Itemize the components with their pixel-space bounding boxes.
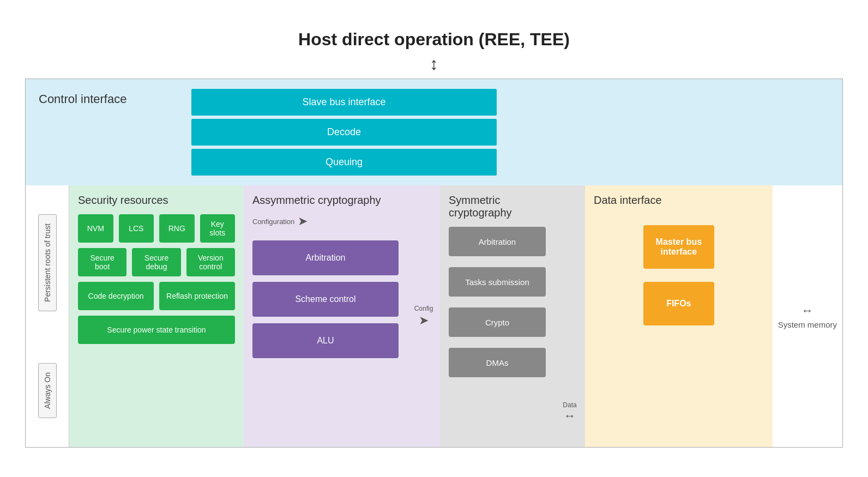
reflash-protection-box: Reflash protection	[159, 282, 235, 310]
nvm-box: NVM	[78, 214, 113, 243]
asym-blocks: Arbitration Scheme control ALU	[252, 240, 399, 358]
inner-bottom: Persistent roots of trust Always On Secu…	[26, 185, 842, 447]
asym-arbitration-box: Arbitration	[252, 240, 399, 275]
master-bus-row: Master bus interface	[594, 225, 764, 269]
secure-debug-box: Secure debug	[132, 248, 180, 276]
security-resources-label: Security resources	[78, 194, 235, 207]
page-title: Host direct operation (REE, TEE)	[298, 29, 570, 50]
main-diagram: Control interface Slave bus interface De…	[25, 79, 843, 448]
asym-crypto-label: Assymmetric cryptography	[252, 194, 399, 207]
data-arrow-symbol: ↔	[564, 409, 576, 423]
version-control-box: Version control	[186, 248, 235, 276]
control-interface-label: Control interface	[39, 89, 148, 106]
slave-bus-interface-block: Slave bus interface	[191, 89, 497, 116]
rng-box: RNG	[159, 214, 195, 243]
config-small-arrow: ➤	[419, 313, 429, 328]
fifos-box: FIFOs	[643, 282, 714, 325]
always-on-label: Always On	[38, 363, 57, 418]
security-row-4: Secure power state transition	[78, 316, 235, 344]
security-resources-section: Security resources NVM LCS RNG Key slots…	[69, 185, 244, 447]
dmas-box: DMAs	[449, 348, 546, 377]
tasks-submission-box: Tasks submission	[449, 267, 546, 297]
secure-boot-box: Secure boot	[78, 248, 126, 276]
system-memory-arrow: ↔	[801, 304, 813, 318]
code-decryption-box: Code decryption	[78, 282, 154, 310]
persistent-roots-label: Persistent roots of trust	[38, 214, 57, 311]
scheme-control-box: Scheme control	[252, 282, 399, 317]
data-interface-section: Data interface Master bus interface FIFO…	[585, 185, 773, 447]
key-slots-box: Key slots	[200, 214, 236, 243]
secure-power-box: Secure power state transition	[78, 316, 235, 344]
queuing-block: Queuing	[191, 149, 497, 176]
config-small-label: Config	[414, 305, 433, 312]
config-label: Configuration	[252, 218, 294, 226]
crypto-box: Crypto	[449, 307, 546, 337]
security-row-2: Secure boot Secure debug Version control	[78, 248, 235, 276]
data-arrow-label: Data	[563, 401, 576, 409]
master-bus-box: Master bus interface	[643, 225, 714, 269]
config-arrow-right: ➤	[298, 214, 308, 228]
control-interface-section: Control interface Slave bus interface De…	[26, 79, 842, 185]
alu-box: ALU	[252, 323, 399, 358]
config-arrow-area: Configuration ➤	[252, 214, 399, 228]
data-interface-label: Data interface	[594, 194, 662, 207]
left-sidebar: Persistent roots of trust Always On	[26, 185, 69, 447]
page-wrapper: Host direct operation (REE, TEE) ↕ Contr…	[25, 29, 843, 448]
security-row-3: Code decryption Reflash protection	[78, 282, 235, 310]
system-memory-label: System memory	[778, 320, 837, 329]
decode-block: Decode	[191, 119, 497, 146]
fifos-row: FIFOs	[594, 282, 764, 325]
asym-crypto-section: Assymmetric cryptography Configuration ➤…	[244, 185, 407, 447]
security-row-1: NVM LCS RNG Key slots	[78, 214, 235, 243]
arrow-up-down: ↕	[430, 54, 438, 74]
config-small-arrow-area: Config ➤	[407, 185, 440, 447]
system-memory-area: ↔ System memory	[773, 185, 842, 447]
sym-arbitration-box: Arbitration	[449, 227, 546, 256]
sym-blocks: Arbitration Tasks submission Crypto DMAs	[449, 227, 546, 383]
sym-crypto-label: Symmetric cryptography	[449, 194, 546, 219]
sym-crypto-section: Symmetric cryptography Arbitration Tasks…	[440, 185, 554, 447]
lcs-box: LCS	[119, 214, 154, 243]
data-arrow-area: Data ↔	[554, 185, 585, 447]
slave-bus-stack: Slave bus interface Decode Queuing	[191, 89, 497, 176]
green-grid: NVM LCS RNG Key slots Secure boot Secure…	[78, 214, 235, 344]
